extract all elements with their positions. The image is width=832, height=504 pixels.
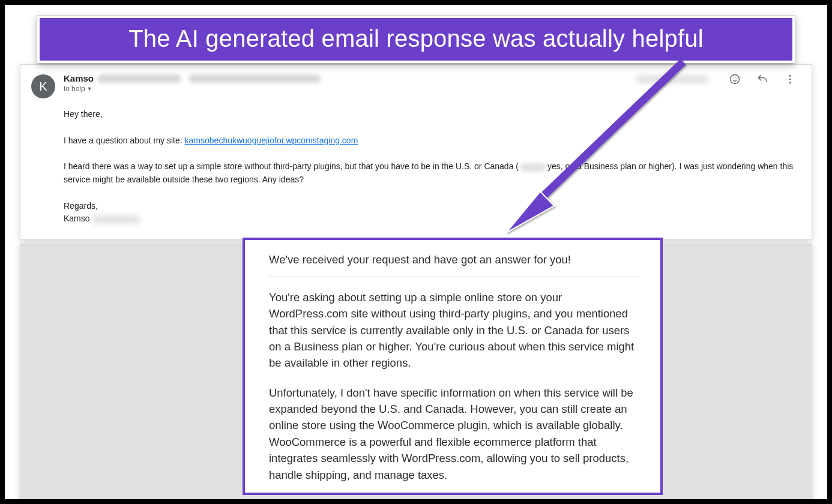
to-line[interactable]: to help ▼ — [64, 85, 796, 93]
response-paragraph-2: Unfortunately, I don't have specific inf… — [269, 385, 639, 483]
sig-regards: Regards, — [64, 201, 98, 211]
email-main-question: I heard there was a way to set up a simp… — [64, 160, 796, 186]
chevron-down-icon[interactable]: ▼ — [87, 86, 92, 92]
sender-name: Kamso — [64, 73, 94, 83]
redacted-text — [520, 163, 546, 172]
response-intro: We've received your request and have got… — [269, 252, 639, 277]
email-header: K Kamso to help ▼ — [31, 73, 796, 98]
callout-text: The AI generated email response was actu… — [128, 25, 704, 52]
site-link[interactable]: kamsobechukwuoguejiofor.wpcomstaging.com — [185, 136, 358, 145]
strip-gutter — [20, 244, 77, 499]
redacted-date — [636, 75, 708, 83]
reply-icon[interactable] — [756, 73, 768, 85]
svg-point-1 — [733, 78, 734, 79]
ai-response-panel: We've received your request and have got… — [243, 238, 663, 495]
callout-banner: The AI generated email response was actu… — [37, 16, 795, 63]
avatar-initial: K — [39, 80, 47, 94]
email-card: K Kamso to help ▼ — [20, 64, 812, 239]
svg-point-3 — [789, 75, 791, 77]
avatar: K — [31, 74, 55, 98]
email-signature: Regards, Kamso — [64, 200, 796, 226]
sig-name: Kamso — [64, 214, 90, 223]
svg-point-5 — [789, 82, 791, 83]
emoji-reaction-icon[interactable] — [729, 73, 741, 85]
svg-point-0 — [731, 75, 740, 84]
to-recipient: help — [71, 85, 85, 93]
to-prefix: to — [64, 85, 70, 93]
page-frame: The AI generated email response was actu… — [5, 5, 827, 499]
email-main-a: I heard there was a way to set up a simp… — [64, 161, 519, 171]
email-actions — [636, 73, 796, 85]
email-greeting: Hey there, — [64, 108, 796, 121]
svg-point-4 — [789, 79, 791, 80]
redacted-text — [92, 215, 140, 224]
email-q-intro-text: I have a question about my site: — [64, 136, 185, 145]
response-paragraph-1: You're asking about setting up a simple … — [269, 289, 639, 371]
email-question-intro: I have a question about my site: kamsobe… — [64, 134, 796, 148]
redacted-text — [97, 74, 181, 83]
svg-point-2 — [736, 78, 737, 79]
email-body: Hey there, I have a question about my si… — [64, 108, 796, 226]
more-options-icon[interactable] — [784, 73, 796, 85]
redacted-text — [188, 74, 321, 83]
